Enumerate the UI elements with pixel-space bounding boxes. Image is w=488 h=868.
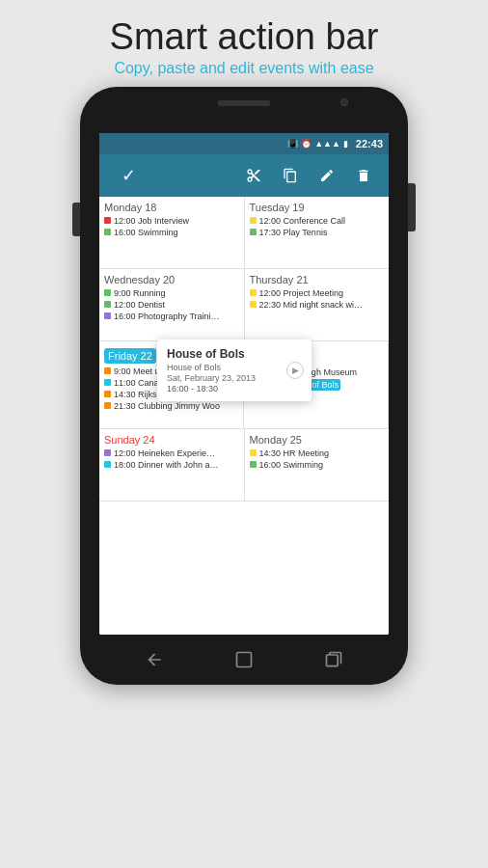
- copy-button[interactable]: [273, 154, 308, 197]
- volume-button[interactable]: [72, 203, 80, 236]
- svg-rect-1: [327, 655, 339, 666]
- day-monday-18: Monday 18 12:00 Job Interview 16:00 Swim…: [99, 197, 245, 268]
- event-hr-meeting[interactable]: 14:30 HR Meeting: [250, 448, 385, 458]
- event-label: 22:30 Mid night snack with...: [259, 300, 366, 310]
- event-dot: [250, 301, 257, 308]
- event-label: 18:00 Dinner with John an...: [114, 460, 220, 470]
- popup-title: House of Bols: [167, 347, 302, 361]
- phone-bottom-nav: [80, 635, 408, 685]
- event-label: 17:30 Play Tennis: [259, 228, 328, 237]
- event-project-meeting[interactable]: 12:00 Project Meeting: [250, 288, 385, 298]
- event-dot: [104, 289, 111, 296]
- day-header-tuesday: Tuesday 19: [250, 202, 385, 213]
- event-label: 12:00 Project Meeting: [259, 288, 344, 298]
- vibrate-icon: 📳: [287, 139, 298, 149]
- event-midnight-snack[interactable]: 22:30 Mid night snack with...: [250, 300, 385, 310]
- battery-icon: ▮: [343, 139, 348, 149]
- home-button[interactable]: [230, 646, 258, 673]
- camera: [340, 98, 348, 106]
- week-row-2: Wednesday 20 9:00 Running 12:00 Dentist …: [99, 269, 389, 341]
- day-monday-25: Monday 25 14:30 HR Meeting 16:00 Swimmin…: [245, 429, 390, 501]
- status-icons: 📳 ⏰ ▲▲▲ ▮: [287, 139, 348, 149]
- day-header-thursday: Thursday 21: [250, 274, 385, 285]
- phone-screen: 📳 ⏰ ▲▲▲ ▮ 22:43 ✓: [99, 133, 389, 635]
- day-tuesday-19: Tuesday 19 12:00 Conference Call 17:30 P…: [245, 197, 390, 268]
- wifi-icon: ▲▲▲: [314, 139, 340, 149]
- event-swimming-2[interactable]: 16:00 Swimming: [250, 460, 385, 470]
- event-dot: [104, 449, 111, 456]
- event-label: 12:00 Heineken Experience: [114, 448, 220, 458]
- check-button[interactable]: ✓: [107, 154, 149, 197]
- day-thursday-21: Thursday 21 12:00 Project Meeting 22:30 …: [245, 269, 390, 340]
- day-header-sunday: Sunday 24: [104, 434, 239, 446]
- event-job-interview[interactable]: 12:00 Job Interview: [104, 216, 239, 226]
- action-icons: [236, 154, 381, 197]
- event-label: 12:00 Job Interview: [114, 216, 189, 226]
- back-button[interactable]: [141, 646, 168, 673]
- day-wednesday-20: Wednesday 20 9:00 Running 12:00 Dentist …: [99, 269, 245, 340]
- popup-time: 16:00 - 18:30: [167, 384, 302, 393]
- week-row-3: Friday 22 9:00 Meet up at Train S 11:00 …: [99, 341, 389, 429]
- popup-date: Sat, February 23, 2013: [167, 373, 302, 383]
- day-header-monday: Monday 18: [104, 202, 239, 213]
- event-dot: [104, 229, 111, 235]
- day-header-monday25: Monday 25: [250, 434, 385, 446]
- event-clubbing[interactable]: 21:30 Clubbing Jimmy Woo: [104, 401, 238, 411]
- recent-apps-button[interactable]: [320, 646, 347, 673]
- event-heineken[interactable]: 12:00 Heineken Experience: [104, 448, 239, 458]
- event-dot: [250, 449, 257, 456]
- event-label: 12:00 Conference Call: [259, 216, 346, 226]
- event-label: 14:30 HR Meeting: [259, 448, 330, 458]
- event-popup[interactable]: House of Bols House of Bols Sat, Februar…: [157, 339, 312, 401]
- promo-subtitle: Copy, paste and edit events with ease: [110, 60, 379, 77]
- day-header-wednesday: Wednesday 20: [104, 274, 239, 285]
- event-play-tennis[interactable]: 17:30 Play Tennis: [250, 228, 385, 237]
- action-bar: ✓: [99, 154, 389, 197]
- event-dot: [250, 461, 257, 468]
- day-sunday-24: Sunday 24 12:00 Heineken Experience 18:0…: [99, 429, 245, 501]
- week-row-4: Sunday 24 12:00 Heineken Experience 18:0…: [99, 429, 389, 502]
- event-label: 16:00 Photography Training: [114, 312, 220, 321]
- event-dot: [104, 217, 111, 224]
- event-dinner[interactable]: 18:00 Dinner with John an...: [104, 460, 239, 470]
- power-button[interactable]: [408, 183, 416, 231]
- event-dot: [104, 312, 111, 319]
- promo-title: Smart action bar: [110, 17, 379, 58]
- day-header-friday: Friday 22: [104, 348, 156, 364]
- event-label: 21:30 Clubbing Jimmy Woo: [114, 401, 220, 411]
- event-dot: [250, 289, 257, 296]
- event-dot: [104, 367, 111, 374]
- cut-button[interactable]: [236, 154, 271, 197]
- event-dentist[interactable]: 12:00 Dentist: [104, 300, 239, 310]
- speaker: [218, 100, 271, 106]
- edit-button[interactable]: [310, 154, 344, 197]
- week-row-1: Monday 18 12:00 Job Interview 16:00 Swim…: [99, 197, 389, 269]
- event-label: 16:00 Swimming: [114, 228, 178, 237]
- alarm-icon: ⏰: [301, 139, 312, 149]
- svg-rect-0: [236, 652, 251, 666]
- event-conference-call[interactable]: 12:00 Conference Call: [250, 216, 385, 226]
- delete-button[interactable]: [346, 154, 381, 197]
- status-time: 22:43: [356, 138, 383, 149]
- event-dot: [104, 391, 111, 397]
- popup-navigate-icon[interactable]: ▶: [286, 362, 304, 379]
- event-dot: [104, 402, 111, 409]
- phone-top: [80, 87, 408, 133]
- event-running[interactable]: 9:00 Running: [104, 288, 239, 298]
- event-dot: [250, 229, 257, 235]
- event-dot: [104, 301, 111, 308]
- event-label: 9:00 Running: [114, 288, 166, 298]
- popup-subtitle: House of Bols: [167, 363, 302, 372]
- event-swimming-1[interactable]: 16:00 Swimming: [104, 228, 239, 237]
- event-label: 12:00 Dentist: [114, 300, 165, 310]
- event-label: 16:00 Swimming: [259, 460, 324, 470]
- status-bar: 📳 ⏰ ▲▲▲ ▮ 22:43: [99, 133, 389, 154]
- event-dot: [104, 461, 111, 468]
- promo-header: Smart action bar Copy, paste and edit ev…: [91, 0, 398, 87]
- calendar-content: Monday 18 12:00 Job Interview 16:00 Swim…: [99, 197, 389, 635]
- event-dot: [250, 217, 257, 224]
- event-dot: [104, 379, 111, 386]
- event-photography[interactable]: 16:00 Photography Training: [104, 312, 239, 321]
- phone-shell: 📳 ⏰ ▲▲▲ ▮ 22:43 ✓: [80, 87, 408, 685]
